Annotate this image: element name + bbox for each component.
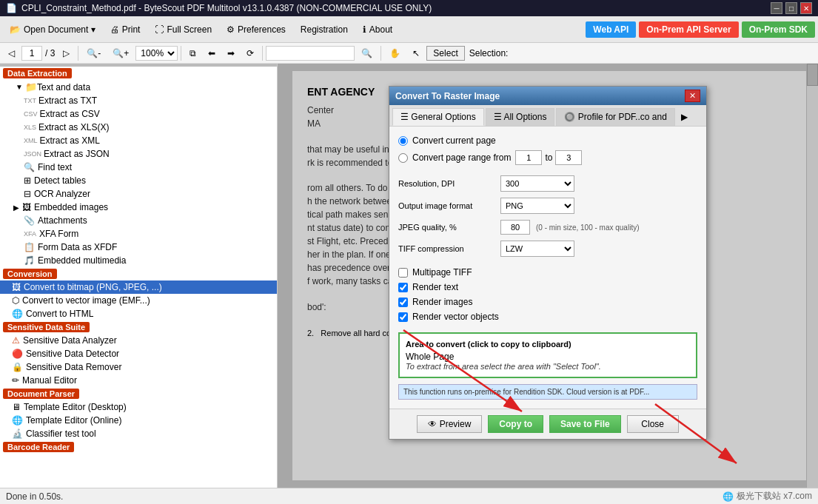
menu-preferences[interactable]: ⚙ Preferences	[220, 21, 292, 38]
category-conversion[interactable]: Conversion	[0, 267, 277, 280]
jpeg-quality-input[interactable]	[500, 220, 530, 235]
txt-prefix: TXT	[24, 97, 36, 104]
tiff-compression-select[interactable]: LZWNoneCCITT	[500, 241, 574, 257]
page-number-input[interactable]	[21, 46, 42, 61]
bitmap-icon: 🖼	[12, 282, 21, 292]
render-vectors-checkbox[interactable]	[398, 312, 408, 322]
render-images-label: Render images	[412, 297, 472, 307]
xfa-label: XFA Form	[39, 229, 78, 239]
minimize-button[interactable]: ─	[771, 2, 782, 14]
tree-find-text[interactable]: 🔍 Find text	[0, 161, 277, 174]
tree-classifier[interactable]: 🔬 Classifier test tool	[0, 427, 277, 440]
tree-form-data[interactable]: 📋 Form Data as XFDF	[0, 241, 277, 254]
app-icon: 📄	[6, 3, 17, 13]
tree-detect-tables[interactable]: ⊞ Detect tables	[0, 174, 277, 187]
tree-template-desktop[interactable]: 🖥 Template Editor (Desktop)	[0, 400, 277, 414]
json-prefix: JSON	[24, 150, 41, 158]
tree-convert-bitmap[interactable]: 🖼 Convert to bitmap (PNG, JPEG, ...)	[0, 280, 277, 294]
tree-extract-csv[interactable]: CSV Extract as CSV	[0, 107, 277, 121]
resolution-label: Resolution, DPI	[398, 179, 495, 188]
tab-profile[interactable]: 🔘 Profile for PDF..co and	[556, 108, 674, 126]
menu-about[interactable]: ℹ About	[356, 21, 399, 38]
tree-extract-xml[interactable]: XML Extract as XML	[0, 134, 277, 147]
search-button[interactable]: 🔍	[356, 46, 378, 61]
prev-page-button[interactable]: ⬅	[203, 46, 221, 61]
window-title: CPLI_Constraint_Method.pdf - ByteScout P…	[21, 3, 432, 13]
menu-registration[interactable]: Registration	[294, 21, 355, 38]
category-data-extraction[interactable]: Data Extraction	[0, 67, 277, 80]
category-barcode-reader[interactable]: Barcode Reader	[0, 440, 277, 454]
radio-page-range[interactable]	[398, 153, 408, 163]
search-input[interactable]	[266, 46, 355, 61]
zoom-in-button[interactable]: 🔍+	[107, 46, 134, 61]
document-parser-badge: Document Parser	[3, 389, 79, 399]
multipage-tiff-checkbox[interactable]	[398, 268, 408, 278]
close-button[interactable]: ✕	[800, 2, 812, 14]
tree-sensitive-detector[interactable]: 🔴 Sensitive Data Detector	[0, 347, 277, 360]
resolution-select[interactable]: 30072150600	[500, 175, 574, 192]
multipage-tiff-label: Multipage TIFF	[412, 267, 472, 278]
tree-scroll[interactable]: Data Extraction ▼ 📁 Text and data TXT Ex…	[0, 67, 277, 488]
tab-profile-label: 🔘 Profile for PDF..co and	[564, 112, 666, 122]
tree-ocr-analyzer[interactable]: ⊟ OCR Analyzer	[0, 187, 277, 201]
tree-extract-xls[interactable]: XLS Extract as XLS(X)	[0, 121, 277, 134]
back-button[interactable]: ◁	[3, 46, 20, 61]
embedded-multimedia-label: Embedded multimedia	[38, 255, 126, 266]
tree-extract-json[interactable]: JSON Extract as JSON	[0, 147, 277, 161]
select-button[interactable]: Select	[426, 46, 464, 61]
next-page-button[interactable]: ➡	[222, 46, 240, 61]
onprem-api-button[interactable]: On-Prem API Server	[639, 21, 738, 38]
zoom-select[interactable]: 100% 75% 150%	[135, 46, 178, 61]
render-images-checkbox[interactable]	[398, 298, 408, 307]
expand-icon2: ▶	[12, 203, 21, 212]
tree-template-online[interactable]: 🌐 Template Editor (Online)	[0, 414, 277, 427]
vector-icon: ⬡	[12, 295, 19, 306]
tiff-compression-label: TIFF compression	[398, 244, 495, 253]
tree-convert-vector[interactable]: ⬡ Convert to vector image (EMF...)	[0, 294, 277, 307]
render-text-checkbox[interactable]	[398, 283, 408, 292]
close-button[interactable]: Close	[627, 415, 679, 433]
preview-button[interactable]: 👁 Preview	[417, 415, 482, 433]
hand-button[interactable]: ✋	[384, 46, 406, 61]
tree-attachments[interactable]: 📎 Attachments	[0, 214, 277, 227]
tree-embedded-images[interactable]: ▶ 🖼 Embedded images	[0, 201, 277, 214]
maximize-button[interactable]: □	[785, 2, 797, 14]
sdk-button[interactable]: On-Prem SDK	[742, 21, 815, 38]
tab-general-label: ☰ General Options	[400, 112, 476, 122]
range-to-input[interactable]	[555, 150, 582, 165]
web-api-button[interactable]: Web API	[586, 21, 636, 38]
dialog-close-button[interactable]: ✕	[685, 90, 700, 102]
tree-xfa-form[interactable]: XFA XFA Form	[0, 227, 277, 241]
range-from-input[interactable]	[515, 150, 542, 165]
tree-text-and-data[interactable]: ▼ 📁 Text and data	[0, 80, 277, 94]
tree-sensitive-analyzer[interactable]: ⚠ Sensitive Data Analyzer	[0, 334, 277, 347]
zoom-out-button[interactable]: 🔍-	[81, 46, 106, 61]
tab-general-options[interactable]: ☰ General Options	[392, 108, 484, 126]
output-format-select[interactable]: PNGJPEGBMPTIFF	[500, 198, 574, 214]
rotate-button[interactable]: ⟳	[241, 46, 259, 61]
copy-button[interactable]: ⧉	[184, 46, 201, 61]
tree-embedded-multimedia[interactable]: 🎵 Embedded multimedia	[0, 254, 277, 267]
menu-open-document[interactable]: 📂 Open Document ▾	[3, 21, 102, 38]
cursor-button[interactable]: ↖	[407, 46, 425, 61]
tree-convert-html[interactable]: 🌐 Convert to HTML	[0, 307, 277, 320]
menu-print[interactable]: 🖨 Print	[104, 21, 147, 38]
tab-all-options[interactable]: ☰ All Options	[486, 108, 555, 126]
tree-extract-txt[interactable]: TXT Extract as TXT	[0, 94, 277, 107]
category-sensitive-data[interactable]: Sensitive Data Suite	[0, 320, 277, 334]
category-document-parser[interactable]: Document Parser	[0, 387, 277, 400]
menu-fullscreen[interactable]: ⛶ Full Screen	[148, 21, 218, 38]
render-images-row: Render images	[398, 297, 697, 307]
output-format-row: Output image format PNGJPEGBMPTIFF	[398, 198, 697, 214]
tab-scroll-right[interactable]: ▶	[677, 108, 692, 126]
open-icon: 📂	[10, 24, 21, 35]
tree-sensitive-remover[interactable]: 🔒 Sensitive Data Remover	[0, 360, 277, 374]
forward-button[interactable]: ▷	[58, 46, 75, 61]
copy-to-button[interactable]: Copy to	[488, 415, 543, 433]
save-to-file-button[interactable]: Save to File	[549, 415, 621, 433]
close-label: Close	[641, 419, 664, 429]
radio-current-page[interactable]	[398, 136, 408, 146]
extract-json-label: Extract as JSON	[44, 149, 110, 159]
sensitive-remover-label: Sensitive Data Remover	[26, 362, 121, 372]
tree-manual-editor[interactable]: ✏ Manual Editor	[0, 374, 277, 387]
